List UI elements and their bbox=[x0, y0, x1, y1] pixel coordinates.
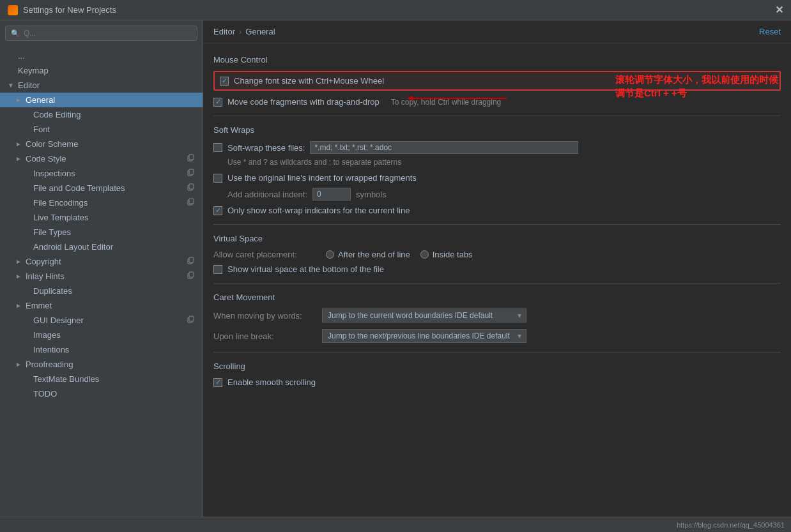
use-original-indent-checkbox[interactable] bbox=[213, 174, 222, 183]
sidebar-item-dots[interactable]: ... bbox=[0, 49, 203, 63]
sidebar-item-inlay-hints[interactable]: ► Inlay Hints bbox=[0, 269, 203, 284]
line-break-label: Upon line break: bbox=[213, 331, 316, 341]
search-box[interactable]: 🔍 bbox=[5, 26, 197, 41]
move-code-checkbox[interactable] bbox=[213, 98, 222, 107]
sidebar-item-images[interactable]: Images bbox=[0, 328, 203, 342]
inside-tabs-item[interactable]: Inside tabs bbox=[420, 250, 473, 259]
sidebar-item-android-layout[interactable]: Android Layout Editor bbox=[0, 239, 203, 254]
show-indicators-row: Only show soft-wrap indicators for the c… bbox=[213, 206, 781, 215]
sidebar-item-file-code-templates[interactable]: File and Code Templates bbox=[0, 181, 203, 195]
sidebar-item-label: Proofreading bbox=[26, 360, 73, 369]
line-break-select-wrapper: Jump to the next/previous line boundarie… bbox=[322, 329, 526, 343]
breadcrumb-general: General bbox=[245, 27, 275, 36]
search-input[interactable] bbox=[24, 29, 192, 38]
moving-by-words-row: When moving by words: Jump to the curren… bbox=[213, 308, 781, 323]
soft-wrap-files-input[interactable] bbox=[310, 141, 578, 154]
after-end-radio[interactable] bbox=[326, 250, 334, 259]
sidebar-item-color-scheme[interactable]: ► Color Scheme bbox=[0, 137, 203, 151]
soft-wrap-hint: Use * and ? as wildcards and ; to separa… bbox=[227, 158, 781, 167]
search-icon: 🔍 bbox=[11, 29, 20, 38]
sidebar-item-label: Inspections bbox=[33, 169, 75, 178]
soft-wrap-checkbox[interactable] bbox=[213, 143, 222, 152]
copy-icon bbox=[187, 169, 195, 178]
sidebar-item-label: Editor bbox=[18, 80, 40, 90]
show-indicators-label: Only show soft-wrap indicators for the c… bbox=[227, 206, 410, 215]
inside-tabs-radio[interactable] bbox=[420, 250, 429, 259]
mouse-control-title: Mouse Control bbox=[213, 55, 781, 65]
right-panel: Editor › General Reset 滚轮调节字体大小，我以前使用的时候… bbox=[203, 20, 791, 517]
sidebar-item-file-types[interactable]: File Types bbox=[0, 225, 203, 239]
svg-rect-3 bbox=[189, 169, 194, 174]
caret-movement-title: Caret Movement bbox=[213, 293, 781, 302]
enable-smooth-scrolling-row: Enable smooth scrolling bbox=[213, 377, 781, 387]
caret-radio-group: After the end of line Inside tabs bbox=[326, 250, 473, 259]
sidebar-item-duplicates[interactable]: Duplicates bbox=[0, 284, 203, 298]
sidebar-item-editor[interactable]: ▼ Editor bbox=[0, 78, 203, 93]
sidebar-item-label: Color Scheme bbox=[26, 139, 78, 149]
close-button[interactable]: ✕ bbox=[775, 4, 783, 16]
additional-indent-input[interactable] bbox=[312, 188, 351, 201]
sidebar-item-todo[interactable]: TODO bbox=[0, 386, 203, 401]
sidebar-item-label: File Types bbox=[33, 227, 71, 237]
sidebar-item-label: Copyright bbox=[26, 257, 61, 266]
svg-rect-5 bbox=[189, 184, 194, 189]
arrow-icon: ▼ bbox=[8, 82, 14, 89]
copy-icon bbox=[187, 198, 195, 208]
sidebar-item-proofreading[interactable]: ► Proofreading bbox=[0, 357, 203, 372]
show-indicators-checkbox[interactable] bbox=[213, 206, 222, 215]
divider-2 bbox=[213, 224, 781, 225]
sidebar-item-code-style[interactable]: ► Code Style bbox=[0, 151, 203, 166]
sidebar: 🔍 ... Keymap ▼ Editor ► General bbox=[0, 20, 203, 517]
panel-body: 滚轮调节字体大小，我以前使用的时候 调节是Ctrl + +号 Mouse Con… bbox=[203, 43, 791, 517]
sidebar-item-live-templates[interactable]: Live Templates bbox=[0, 210, 203, 225]
arrow-icon: ► bbox=[15, 302, 22, 309]
sidebar-item-copyright[interactable]: ► Copyright bbox=[0, 254, 203, 269]
line-break-select[interactable]: Jump to the next/previous line boundarie… bbox=[322, 329, 526, 343]
sidebar-item-label: GUI Designer bbox=[33, 315, 84, 325]
sidebar-item-file-encodings[interactable]: File Encodings bbox=[0, 195, 203, 210]
smooth-scrolling-label: Enable smooth scrolling bbox=[227, 377, 316, 387]
additional-indent-row: Add additional indent: symbols bbox=[227, 188, 781, 201]
arrow-icon: ► bbox=[15, 258, 22, 265]
sidebar-item-label: Intentions bbox=[33, 345, 69, 354]
smooth-scrolling-checkbox[interactable] bbox=[213, 378, 222, 387]
sidebar-item-label: ... bbox=[18, 51, 25, 61]
svg-rect-1 bbox=[189, 155, 194, 160]
arrow-icon: ► bbox=[15, 96, 22, 103]
show-virtual-space-label: Show virtual space at the bottom of the … bbox=[227, 264, 384, 274]
change-font-size-checkbox[interactable] bbox=[220, 77, 229, 86]
soft-wrap-files-label: Soft-wrap these files: bbox=[227, 143, 305, 153]
sidebar-item-code-editing[interactable]: Code Editing bbox=[0, 107, 203, 122]
virtual-space-caret-row: Allow caret placement: After the end of … bbox=[213, 250, 781, 259]
divider-1 bbox=[213, 116, 781, 116]
moving-by-words-select[interactable]: Jump to the current word boundaries IDE … bbox=[322, 308, 526, 323]
sidebar-item-textmate[interactable]: TextMate Bundles bbox=[0, 372, 203, 386]
move-code-hint: To copy, hold Ctrl while dragging bbox=[391, 98, 502, 107]
allow-caret-label: Allow caret placement: bbox=[213, 250, 316, 259]
sidebar-item-label: Android Layout Editor bbox=[33, 242, 113, 252]
change-font-size-row: Change font size with Ctrl+Mouse Wheel bbox=[213, 71, 781, 91]
copy-icon bbox=[187, 271, 195, 281]
reset-button[interactable]: Reset bbox=[759, 27, 781, 36]
show-virtual-space-checkbox[interactable] bbox=[213, 265, 222, 274]
sidebar-item-keymap[interactable]: Keymap bbox=[0, 63, 203, 78]
sidebar-item-label: Font bbox=[33, 125, 50, 134]
sidebar-item-gui-designer[interactable]: GUI Designer bbox=[0, 313, 203, 328]
sidebar-item-label: Inlay Hints bbox=[26, 271, 65, 281]
sidebar-item-general[interactable]: ► General bbox=[0, 93, 203, 107]
copy-icon bbox=[187, 315, 195, 325]
soft-wraps-title: Soft Wraps bbox=[213, 125, 781, 135]
copy-icon bbox=[187, 183, 195, 193]
sidebar-item-label: TextMate Bundles bbox=[33, 374, 99, 384]
sidebar-item-label: File and Code Templates bbox=[33, 183, 125, 193]
sidebar-item-emmet[interactable]: ► Emmet bbox=[0, 298, 203, 313]
sidebar-item-label: File Encodings bbox=[33, 198, 88, 208]
sidebar-item-font[interactable]: Font bbox=[0, 122, 203, 137]
arrow-icon: ► bbox=[15, 141, 22, 148]
after-end-of-line-item[interactable]: After the end of line bbox=[326, 250, 410, 259]
sidebar-item-inspections[interactable]: Inspections bbox=[0, 166, 203, 181]
copy-icon bbox=[187, 154, 195, 163]
app-icon bbox=[8, 5, 18, 15]
sidebar-item-intentions[interactable]: Intentions bbox=[0, 342, 203, 357]
sidebar-tree: ... Keymap ▼ Editor ► General Code Editi… bbox=[0, 46, 203, 517]
